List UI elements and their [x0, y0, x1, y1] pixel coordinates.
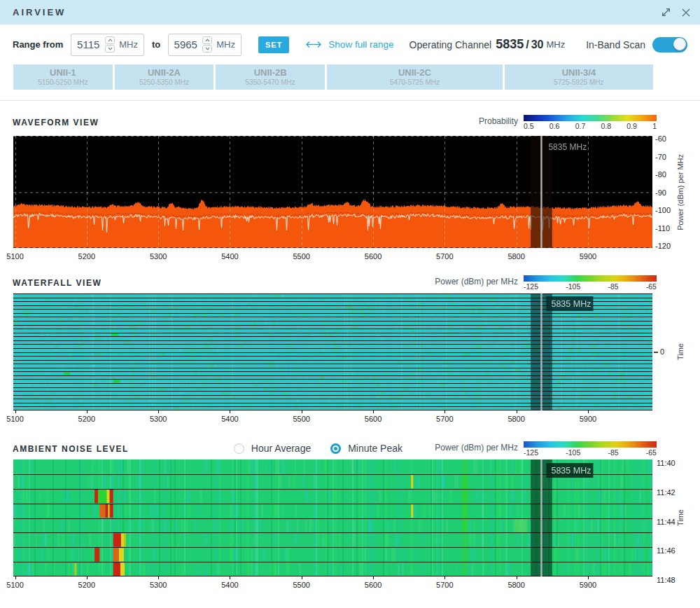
x-tick-label: 5700 — [436, 581, 453, 589]
airview-window: AIRVIEW Range from 5115 — [0, 0, 700, 608]
unii-bar: UNII-15150-5250 MHzUNII-2A5250-5350 MHzU… — [13, 64, 653, 90]
x-tick-label: 5200 — [78, 252, 95, 261]
to-label: to — [152, 39, 160, 50]
x-tick-label: 5100 — [6, 252, 23, 261]
full-range-arrows-icon — [304, 41, 323, 48]
divider — [0, 100, 700, 101]
waterfall-canvas[interactable] — [13, 293, 652, 410]
ambient-legend-ticks: -125-105-85-65 — [524, 448, 657, 457]
waveform-title: WAVEFORM VIEW — [13, 118, 99, 127]
probability-legend: Probability 0.50.60.70.80.91 — [479, 115, 657, 130]
waveform-y-tick-label: -120 — [655, 242, 671, 250]
unii-band-name: UNII-3/4 — [562, 67, 596, 78]
unii-band-5[interactable]: UNII-3/45725-5925 MHz — [505, 64, 653, 90]
unii-band-name: UNII-1 — [50, 67, 76, 78]
titlebar: AIRVIEW — [0, 0, 700, 25]
window-title: AIRVIEW — [13, 7, 66, 18]
legend-tick: -65 — [646, 448, 657, 457]
legend-tick: -85 — [608, 282, 618, 291]
unii-band-range: 5725-5925 MHz — [554, 78, 603, 87]
x-tick-label: 5900 — [580, 415, 596, 423]
waterfall-x-axis: 510052005300540055005600570058005900 — [0, 413, 700, 425]
x-tick-label: 5800 — [507, 252, 524, 261]
x-tick-label: 5700 — [436, 415, 453, 423]
unii-band-range: 5470-5725 MHz — [390, 78, 440, 87]
waveform-plot-row: Power (dBm) per MHz -60-70-80-90-100-110… — [0, 136, 700, 248]
ambient-time-label: 11:46 — [657, 546, 676, 555]
x-tick-label: 5300 — [150, 415, 167, 423]
legend-tick: -105 — [566, 282, 580, 291]
in-band-scan-toggle[interactable] — [652, 37, 687, 53]
range-from-field: 5115 MHz — [71, 34, 144, 56]
waveform-x-axis: 510052005300540055005600570058005900 — [0, 250, 700, 263]
probability-gradient-bar — [524, 115, 657, 121]
probability-legend-ticks: 0.50.60.70.80.91 — [524, 122, 657, 130]
range-to-increment-button[interactable] — [202, 36, 212, 44]
ambient-plot-row: Time 11:4011:4211:4411:4611:48 — [0, 460, 700, 576]
unii-band-1[interactable]: UNII-15150-5250 MHz — [13, 64, 113, 90]
range-to-field: 5965 MHz — [168, 34, 241, 56]
legend-tick: -125 — [524, 448, 538, 457]
radio-selected-icon — [330, 443, 341, 454]
legend-tick: 1 — [652, 122, 657, 130]
waveform-header: WAVEFORM VIEW Probability 0.50.60.70.80.… — [0, 107, 700, 130]
legend-tick: -85 — [608, 448, 618, 457]
legend-tick: 0.8 — [601, 122, 611, 130]
unii-band-4[interactable]: UNII-2C5470-5725 MHz — [327, 64, 503, 90]
expand-icon[interactable] — [660, 6, 672, 18]
set-button[interactable]: SET — [258, 36, 289, 53]
unii-band-range: 5250-5350 MHz — [139, 78, 189, 87]
waveform-y-tick-label: -80 — [655, 170, 666, 179]
waterfall-plot-row: 0 Time — [0, 293, 700, 410]
unii-band-range: 5350-5470 MHz — [246, 78, 295, 87]
toggle-knob — [673, 38, 686, 50]
range-from-value[interactable]: 5115 — [71, 39, 105, 50]
legend-tick: 0.6 — [550, 122, 560, 130]
legend-tick: -105 — [566, 448, 580, 457]
waterfall-time-tick — [654, 352, 658, 353]
ambient-y-axis-title: Time — [676, 509, 685, 526]
unii-band-3[interactable]: UNII-2B5350-5470 MHz — [216, 64, 325, 90]
in-band-scan-label: In-Band Scan — [586, 39, 645, 50]
range-from-increment-button[interactable] — [105, 36, 115, 44]
x-tick-label: 5500 — [293, 581, 309, 589]
controls-bar: Range from 5115 MHz to 5965 MHz SET — [0, 25, 700, 64]
ambient-canvas[interactable] — [13, 460, 652, 576]
range-to-decrement-button[interactable] — [202, 45, 212, 53]
range-to-value[interactable]: 5965 — [169, 39, 202, 50]
radio-minute-peak[interactable]: Minute Peak — [330, 443, 402, 454]
x-tick-label: 5400 — [221, 415, 238, 423]
close-icon[interactable] — [680, 7, 692, 18]
x-tick-label: 5800 — [507, 581, 524, 589]
radio-hour-average[interactable]: Hour Average — [234, 443, 311, 454]
unii-band-2[interactable]: UNII-2A5250-5350 MHz — [115, 64, 214, 90]
operating-channel-value: 5835 — [496, 37, 524, 52]
waveform-canvas[interactable] — [13, 136, 652, 248]
legend-tick: -125 — [524, 282, 538, 291]
x-tick-label: 5100 — [6, 415, 23, 423]
x-tick-label: 5100 — [6, 581, 23, 589]
range-from-unit: MHz — [119, 39, 138, 50]
x-tick-label: 5900 — [580, 581, 596, 589]
x-tick-label: 5900 — [580, 252, 596, 261]
x-tick-label: 5200 — [78, 581, 95, 589]
ambient-power-legend: Power (dBm) per MHz -125-105-85-65 — [435, 441, 657, 457]
power-gradient-bar — [524, 275, 657, 282]
x-tick-label: 5600 — [365, 252, 382, 261]
show-full-range-link[interactable]: Show full range — [304, 39, 393, 50]
waterfall-header: WATERFALL VIEW Power (dBm) per MHz -125-… — [0, 270, 700, 291]
waterfall-time-tick-label: 0 — [660, 347, 664, 356]
x-tick-label: 5400 — [221, 252, 238, 261]
legend-tick: -65 — [646, 282, 657, 291]
waveform-y-tick-label: -100 — [655, 206, 671, 214]
ambient-header: AMBIENT NOISE LEVEL Hour AverageMinute P… — [0, 439, 700, 459]
legend-tick: 0.7 — [575, 122, 586, 130]
x-tick-label: 5700 — [436, 252, 453, 261]
range-from-decrement-button[interactable] — [105, 45, 115, 53]
unii-band-name: UNII-2C — [398, 67, 431, 78]
radio-label: Hour Average — [251, 443, 311, 454]
range-from-label: Range from — [13, 39, 63, 50]
ambient-time-label: 11:42 — [657, 488, 676, 497]
unii-band-range: 5150-5250 MHz — [38, 78, 88, 87]
waveform-y-axis-title: Power (dBm) per MHz — [676, 154, 685, 230]
